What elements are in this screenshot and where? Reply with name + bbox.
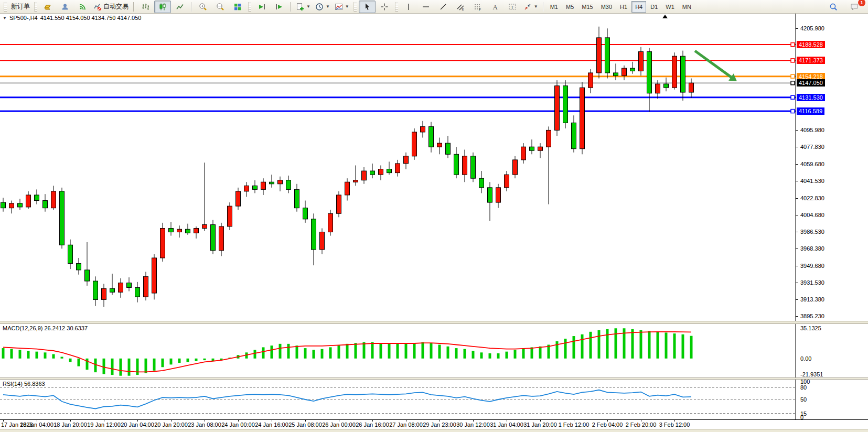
price-tick	[796, 147, 798, 147]
chevron-down-icon[interactable]: ▼	[534, 4, 538, 9]
macd-pane[interactable]: MACD(12,26,9) 26.2412 30.6337	[0, 324, 868, 377]
notifications-button[interactable]: 1	[846, 1, 863, 13]
level-anchor[interactable]	[791, 74, 795, 78]
toolbar-grip[interactable]	[395, 2, 398, 12]
candles-chart-button[interactable]	[154, 1, 171, 13]
candle-body	[144, 276, 148, 297]
zoom-in-icon	[199, 3, 207, 11]
chevron-down-icon[interactable]: ▼	[345, 4, 349, 9]
community-button[interactable]	[57, 1, 73, 13]
level-price-tag: 4116.589	[797, 107, 824, 115]
trendline-button[interactable]	[435, 1, 452, 13]
gold-icon	[44, 3, 52, 11]
chart-shift-button[interactable]	[271, 1, 287, 13]
candle-body	[211, 224, 216, 250]
gold-button[interactable]	[39, 1, 56, 13]
line-chart-button[interactable]	[172, 1, 188, 13]
level-anchor[interactable]	[791, 110, 795, 113]
cursor-button[interactable]	[359, 1, 376, 13]
line-chart-icon	[176, 3, 184, 11]
level-anchor[interactable]	[791, 81, 795, 85]
notification-badge: 1	[858, 0, 866, 7]
svg-text:E: E	[462, 8, 464, 11]
candle-body	[496, 188, 501, 202]
level-anchor[interactable]	[791, 43, 795, 47]
arrows-button[interactable]: ▼	[521, 1, 540, 13]
timeframe-button-mn[interactable]: MN	[679, 1, 695, 13]
text-button[interactable]: A	[487, 1, 503, 13]
time-label: 1 Feb 12:00	[559, 422, 590, 428]
macd-canvas[interactable]	[0, 324, 868, 377]
timeframe-button-d1[interactable]: D1	[647, 1, 661, 13]
periods-button[interactable]: ▼	[313, 1, 332, 13]
candle-body	[647, 51, 652, 93]
timeframe-button-w1[interactable]: W1	[662, 1, 678, 13]
candle-body	[421, 126, 425, 132]
time-axis[interactable]: 17 Jan 202318 Jan 04:0018 Jan 20:0019 Ja…	[0, 419, 868, 429]
bars-chart-button[interactable]	[137, 1, 154, 13]
candle-body	[320, 232, 325, 250]
candle-body	[51, 191, 56, 208]
timeframe-button-m15[interactable]: M15	[578, 1, 596, 13]
candle-body	[35, 195, 39, 201]
search-button[interactable]	[825, 1, 842, 13]
price-tick	[796, 198, 798, 199]
trend-arrow-annotation[interactable]	[695, 51, 733, 78]
zoom-in-button[interactable]	[195, 1, 211, 13]
price-chart-canvas[interactable]	[0, 14, 868, 321]
toolbar-grip[interactable]	[4, 2, 7, 12]
candle-body	[186, 229, 190, 233]
auto-scroll-button[interactable]	[253, 1, 270, 13]
chevron-down-icon[interactable]: ▼	[326, 4, 330, 9]
chevron-down-icon[interactable]: ▼	[306, 4, 310, 9]
fibonacci-icon: F	[474, 3, 482, 11]
price-tick	[796, 181, 798, 181]
autotrading-button[interactable]: 自动交易	[91, 1, 131, 13]
candle-body	[236, 191, 241, 206]
price-tick	[796, 266, 798, 266]
channel-button[interactable]: E	[452, 1, 469, 13]
crosshair-button[interactable]	[376, 1, 393, 13]
toolbar-grip[interactable]	[34, 2, 37, 12]
indicators-button[interactable]: ▼	[294, 1, 313, 13]
timeframe-button-m5[interactable]: M5	[562, 1, 577, 13]
level-anchor[interactable]	[791, 59, 795, 62]
signals-button[interactable]	[74, 1, 91, 13]
text-label-button[interactable]: T	[504, 1, 521, 13]
price-tick-label: 4041.530	[800, 178, 824, 184]
candle-body	[664, 84, 669, 88]
horizontal-line-button[interactable]	[417, 1, 434, 13]
timeframe-button-m30[interactable]: M30	[597, 1, 616, 13]
templates-button[interactable]: ▼	[333, 1, 351, 13]
level-price-tag: 4188.528	[797, 41, 825, 48]
signals-icon	[78, 3, 87, 11]
time-label: 31 Jan 04:00	[490, 422, 523, 428]
level-anchor[interactable]	[791, 95, 795, 99]
candle-body	[244, 186, 249, 191]
price-tick-label: 4095.980	[800, 127, 824, 133]
candle-body	[295, 189, 299, 208]
candle-body	[93, 281, 98, 299]
candle-body	[379, 169, 383, 175]
timeframe-button-h1[interactable]: H1	[616, 1, 631, 13]
rsi-pane[interactable]: RSI(14) 56.8363	[0, 380, 868, 419]
toolbar-grip[interactable]	[248, 2, 251, 12]
timeframe-button-h4[interactable]: H4	[631, 1, 646, 13]
chart-ohlc-values: 4141.550 4154.050 4134.750 4147.050	[40, 15, 142, 21]
zoom-out-button[interactable]	[212, 1, 229, 13]
candle-body	[110, 288, 115, 292]
time-label: 19 Jan 12:00	[87, 422, 121, 428]
search-icon	[829, 3, 838, 11]
timeframe-button-m1[interactable]: M1	[546, 1, 562, 13]
one-click-trading-toggle[interactable]: ▼	[3, 16, 7, 20]
rsi-canvas[interactable]	[0, 380, 868, 419]
vertical-line-button[interactable]	[400, 1, 417, 13]
new-order-button[interactable]: 新订单	[9, 1, 32, 13]
fibonacci-button[interactable]: F	[469, 1, 486, 13]
candle-body	[395, 164, 400, 173]
candle-body	[312, 219, 316, 250]
autotrading-button-label: 自动交易	[103, 2, 128, 11]
price-chart-pane[interactable]: ▼ SP500-,H4 4141.550 4154.050 4134.750 4…	[0, 14, 868, 321]
tile-windows-button[interactable]	[229, 1, 246, 13]
toolbar-grip[interactable]	[353, 2, 357, 12]
